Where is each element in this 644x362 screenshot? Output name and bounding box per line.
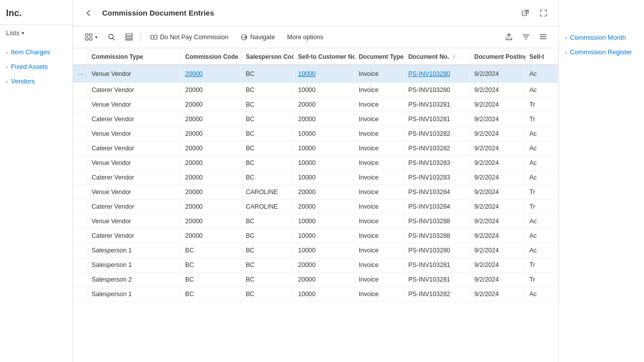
cell-commission-code: BC [181,258,242,273]
navigate-button[interactable]: Navigate [235,30,280,45]
cell-document-no[interactable]: PS-INV103280 [404,65,470,83]
search-button[interactable] [104,30,119,45]
no-pay-commission-button[interactable]: Do Not Pay Commission [145,30,233,45]
cell-salesperson-code: BC [242,229,294,243]
no-pay-commission-label: Do Not Pay Commission [160,34,228,41]
lists-label: Lists [6,29,20,37]
commission-code-link[interactable]: 20000 [185,70,203,77]
cell-posting-date: 9/2/2024 [470,127,525,141]
right-sidebar-item-label: Commission Month [570,34,626,41]
chevron-right-icon: › [6,49,8,55]
sidebar-item-fixed-assets[interactable]: › Fixed Assets [0,59,72,74]
cell-customer-no[interactable]: 10000 [294,65,354,83]
open-in-new-button[interactable] [518,6,532,20]
cell-commission-code: 20000 [181,112,242,127]
cell-document-type: Invoice [354,127,404,141]
table-row[interactable]: Caterer Vendor20000BC20000InvoicePS-INV1… [73,112,558,127]
table-row[interactable]: Caterer Vendor20000BC10000InvoicePS-INV1… [73,170,558,185]
sidebar-item-vendors[interactable]: › Vendors [0,74,72,88]
row-action-cell [73,156,87,170]
table-row[interactable]: Venue Vendor20000CAROLINE20000InvoicePS-… [73,185,558,200]
cell-document-no: PS-INV103280 [404,83,470,98]
cell-document-type: Invoice [354,273,404,287]
row-context-menu-button[interactable]: ··· [77,69,85,79]
cell-sell-t: Tr [525,273,558,287]
row-action-cell [73,287,87,302]
table-row[interactable]: Salesperson 1BCBC10000InvoicePS-INV10328… [73,287,558,302]
layout-button[interactable] [121,30,137,45]
svg-rect-3 [86,38,88,40]
view-chevron-icon: ▾ [95,35,98,40]
cell-document-no: PS-INV103282 [404,287,470,302]
cell-commission-code[interactable]: 20000 [181,65,242,83]
cell-document-type: Invoice [354,287,404,302]
table-row[interactable]: Salesperson 1BCBC10000InvoicePS-INV10328… [73,243,558,258]
cell-posting-date: 9/2/2024 [470,229,525,243]
cell-sell-t: Tr [525,98,558,112]
chevron-right-icon: › [565,49,567,55]
cell-document-no: PS-INV103281 [404,273,470,287]
cell-salesperson-code: CAROLINE [242,200,294,214]
cell-posting-date: 9/2/2024 [470,112,525,127]
right-sidebar-item-label: Commission Register [570,48,632,56]
expand-button[interactable] [536,6,550,20]
cell-posting-date: 9/2/2024 [470,98,525,112]
lists-nav[interactable]: Lists ▾ [0,25,72,41]
cell-salesperson-code: BC [242,214,294,229]
sidebar-item-commission-register[interactable]: › Commission Register [559,45,644,59]
view-toggle-button[interactable]: ▾ [81,30,102,45]
customer-no-link[interactable]: 10000 [298,70,315,77]
table-row[interactable]: Caterer Vendor20000CAROLINE20000InvoiceP… [73,200,558,214]
sidebar-item-item-charges[interactable]: › Item Charges [0,45,72,59]
table-row[interactable]: Venue Vendor20000BC10000InvoicePS-INV103… [73,156,558,170]
cell-customer-no: 10000 [294,83,354,98]
more-options-button[interactable]: More options [282,30,329,45]
table-row[interactable]: Caterer Vendor20000BC10000InvoicePS-INV1… [73,229,558,243]
row-action-cell [73,214,87,229]
share-button[interactable] [501,30,516,45]
th-document-no[interactable]: Document No. ↑ [404,48,470,65]
row-action-cell [73,185,87,200]
cell-salesperson-code: BC [242,273,294,287]
cell-posting-date: 9/2/2024 [470,185,525,200]
cell-salesperson-code: BC [242,258,294,273]
cell-document-no: PS-INV103281 [404,112,470,127]
cell-commission-type: Salesperson 1 [87,258,181,273]
cell-commission-code: 20000 [181,229,242,243]
th-salesperson-code[interactable]: Salesperson Code [242,48,294,65]
table-row[interactable]: ···Venue Vendor20000BC10000InvoicePS-INV… [73,65,558,83]
cell-customer-no: 20000 [294,200,354,214]
cell-document-no: PS-INV103281 [404,98,470,112]
th-commission-type[interactable]: Commission Type [87,48,181,65]
table-row[interactable]: Caterer Vendor20000BC10000InvoicePS-INV1… [73,141,558,156]
sidebar-item-label: Vendors [11,77,35,85]
filter-button[interactable] [518,30,533,45]
th-commission-code[interactable]: Commission Code ↑ [181,48,242,65]
table-row[interactable]: Venue Vendor20000BC10000InvoicePS-INV103… [73,127,558,141]
cell-commission-type: Salesperson 1 [87,243,181,258]
table-row[interactable]: Caterer Vendor20000BC10000InvoicePS-INV1… [73,83,558,98]
th-sell-t[interactable]: Sell-t [525,48,558,65]
th-document-posting-date[interactable]: Document Posting Date [470,48,525,65]
svg-rect-1 [86,34,88,36]
cell-document-no: PS-INV103282 [404,127,470,141]
cell-sell-t: Ac [525,156,558,170]
cell-document-no: PS-INV103282 [404,141,470,156]
back-button[interactable] [81,6,96,21]
document-no-link[interactable]: PS-INV103280 [408,70,450,77]
cell-commission-code: 20000 [181,141,242,156]
columns-button[interactable] [535,30,550,45]
cell-commission-type: Venue Vendor [87,214,181,229]
cell-posting-date: 9/2/2024 [470,65,525,83]
table-row[interactable]: Salesperson 2BCBC20000InvoicePS-INV10328… [73,273,558,287]
table-row[interactable]: Venue Vendor20000BC10000InvoicePS-INV103… [73,214,558,229]
sidebar-item-commission-month[interactable]: › Commission Month [559,30,644,45]
table-row[interactable]: Venue Vendor20000BC20000InvoicePS-INV103… [73,98,558,112]
cell-sell-t: Tr [525,200,558,214]
lists-chevron-icon: ▾ [22,30,24,36]
th-sell-to-customer[interactable]: Sell-to Customer No. [294,48,354,65]
th-document-type[interactable]: Document Type ↑ [354,48,404,65]
table-row[interactable]: Salesperson 1BCBC20000InvoicePS-INV10328… [73,258,558,273]
row-action-cell [73,258,87,273]
cell-commission-code: 20000 [181,83,242,98]
